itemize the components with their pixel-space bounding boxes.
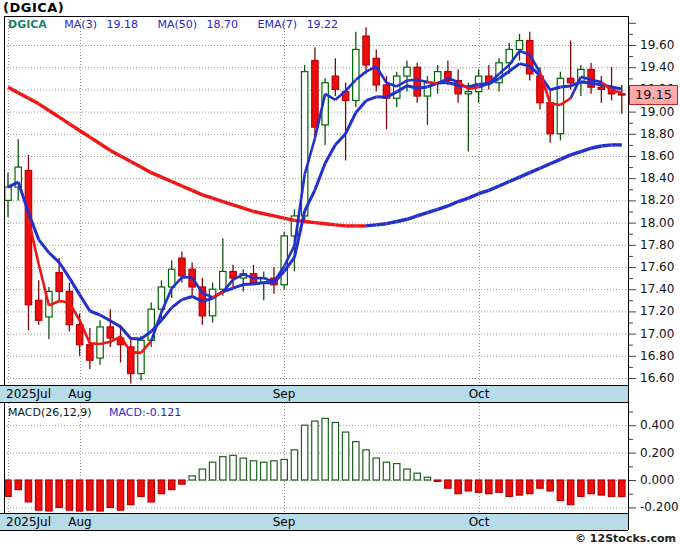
legend-ema7-value: 19.22 [307,18,339,31]
macd-params-label: MACD(26,12,9) [8,406,92,419]
price-axis-label: 17.20 [640,304,680,318]
price-axis-label: 16.60 [640,371,680,385]
month-label-oct: Oct [469,515,490,529]
macd-value-label: MACD:-0.121 [109,406,181,419]
price-axis-label: 19.60 [640,38,680,52]
last-price-badge: 19.15 [629,85,678,105]
price-axis-label: 17.40 [640,282,680,296]
month-label-2025jul: 2025Jul [6,387,51,401]
macd-legend: MACD(26,12,9) MACD:-0.121 [8,406,181,419]
price-legend: DGICA MA(3) 19.18 MA(50) 18.70 EMA(7) 19… [8,18,354,31]
month-label-sep: Sep [273,515,296,529]
month-label-2025jul: 2025Jul [6,515,51,529]
macd-axis-label: 0.000 [640,473,680,487]
price-axis-label: 17.60 [640,260,680,274]
price-axis-label: 18.00 [640,216,680,230]
price-axis-label: 16.80 [640,349,680,363]
macd-axis-label: 0.200 [640,446,680,460]
legend-ma50-label: MA(50) [157,18,197,31]
price-axis-label: 18.20 [640,193,680,207]
price-axis-label: 17.00 [640,327,680,341]
legend-ma50-value: 18.70 [207,18,239,31]
legend-symbol: DGICA [8,18,47,31]
macd-axis-label: -0.200 [640,500,680,514]
price-axis-label: 17.80 [640,238,680,252]
month-label-oct: Oct [469,387,490,401]
price-panel-top-border [4,16,628,17]
month-label-sep: Sep [273,387,296,401]
macd-month-axis: 2025JulAugSepOct [0,513,628,531]
price-month-axis: 2025JulAugSepOct [0,385,628,403]
watermark-credit: © 12Stocks.com [575,532,676,545]
chart-left-border [4,16,5,530]
legend-ema7-label: EMA(7) [258,18,298,31]
month-label-aug: Aug [68,515,91,529]
stock-chart-window: (DGICA) DGICA MA(3) 19.18 MA(50) 18.70 E… [0,0,680,546]
legend-ma3-label: MA(3) [64,18,97,31]
month-label-aug: Aug [68,387,91,401]
legend-ma3-value: 19.18 [106,18,138,31]
price-axis-label: 19.00 [640,105,680,119]
macd-axis-label: 0.400 [640,418,680,432]
price-axis-label: 18.80 [640,127,680,141]
price-axis-label: 18.40 [640,171,680,185]
price-axis-label: 19.40 [640,60,680,74]
chart-canvas [0,0,680,546]
price-axis-label: 18.60 [640,149,680,163]
